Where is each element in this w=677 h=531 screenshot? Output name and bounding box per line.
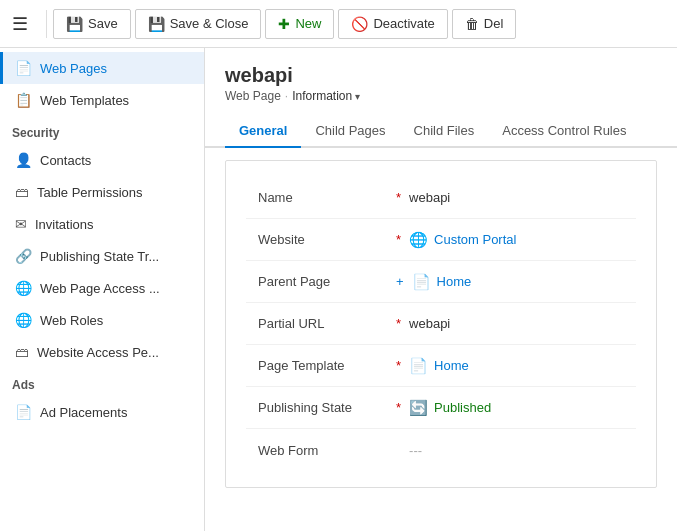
tab-general[interactable]: General	[225, 115, 301, 148]
sidebar-item-invitations[interactable]: ✉ Invitations	[0, 208, 204, 240]
tab-child-pages[interactable]: Child Pages	[301, 115, 399, 148]
content-header: webapi Web Page · Information ▾	[205, 48, 677, 103]
deactivate-icon: 🚫	[351, 16, 368, 32]
sidebar-item-table-permissions[interactable]: 🗃 Table Permissions	[0, 176, 204, 208]
form-required-parent-page: +	[396, 274, 404, 289]
form-required-publishing-state: *	[396, 400, 401, 415]
form-row-partial-url: Partial URL * webapi	[246, 303, 636, 345]
form-required-partial-url: *	[396, 316, 401, 331]
breadcrumb-type: Web Page	[225, 89, 281, 103]
form-label-parent-page: Parent Page	[258, 274, 388, 289]
toolbar: ☰ 💾 Save 💾 Save & Close ✚ New 🚫 Deactiva…	[0, 0, 677, 48]
form-label-page-template: Page Template	[258, 358, 388, 373]
form-row-parent-page: Parent Page + 📄 Home	[246, 261, 636, 303]
delete-button[interactable]: 🗑 Del	[452, 9, 517, 39]
form-row-web-form: Web Form * ---	[246, 429, 636, 471]
tab-access-control[interactable]: Access Control Rules	[488, 115, 640, 148]
sidebar-item-label: Web Templates	[40, 93, 129, 108]
sidebar-item-label: Web Pages	[40, 61, 107, 76]
breadcrumb: Web Page · Information ▾	[225, 89, 657, 103]
content-area: webapi Web Page · Information ▾ General …	[205, 48, 677, 531]
sidebar-item-contacts[interactable]: 👤 Contacts	[0, 144, 204, 176]
form-label-web-form: Web Form	[258, 443, 388, 458]
breadcrumb-section[interactable]: Information ▾	[292, 89, 360, 103]
form-value-parent-page[interactable]: 📄 Home	[412, 273, 472, 291]
sidebar-item-publishing-state[interactable]: 🔗 Publishing State Tr...	[0, 240, 204, 272]
form-value-website[interactable]: 🌐 Custom Portal	[409, 231, 516, 249]
sidebar: 📄 Web Pages 📋 Web Templates Security 👤 C…	[0, 48, 205, 531]
page-icon-template: 📄	[409, 357, 428, 375]
form-value-parent-page-text: Home	[437, 274, 472, 289]
delete-label: Del	[484, 16, 504, 31]
sidebar-item-label: Publishing State Tr...	[40, 249, 159, 264]
hamburger-icon[interactable]: ☰	[12, 13, 28, 35]
sidebar-item-label: Ad Placements	[40, 405, 127, 420]
form-value-web-form: ---	[409, 443, 422, 458]
save-label: Save	[88, 16, 118, 31]
page-title: webapi	[225, 64, 657, 87]
table-permissions-icon: 🗃	[15, 184, 29, 200]
sidebar-item-label: Contacts	[40, 153, 91, 168]
delete-icon: 🗑	[465, 16, 479, 32]
deactivate-button[interactable]: 🚫 Deactivate	[338, 9, 447, 39]
new-button[interactable]: ✚ New	[265, 9, 334, 39]
security-section-label: Security	[0, 116, 204, 144]
new-label: New	[295, 16, 321, 31]
form-row-publishing-state: Publishing State * 🔄 Published	[246, 387, 636, 429]
save-icon: 💾	[66, 16, 83, 32]
form-label-partial-url: Partial URL	[258, 316, 388, 331]
form-required-website: *	[396, 232, 401, 247]
form-row-page-template: Page Template * 📄 Home	[246, 345, 636, 387]
web-templates-icon: 📋	[15, 92, 32, 108]
form-value-name: webapi	[409, 190, 450, 205]
main-layout: 📄 Web Pages 📋 Web Templates Security 👤 C…	[0, 48, 677, 531]
form-label-website: Website	[258, 232, 388, 247]
sidebar-item-label: Web Page Access ...	[40, 281, 160, 296]
website-access-icon: 🗃	[15, 344, 29, 360]
web-pages-icon: 📄	[15, 60, 32, 76]
published-icon: 🔄	[409, 399, 428, 417]
breadcrumb-section-label: Information	[292, 89, 352, 103]
publishing-state-icon: 🔗	[15, 248, 32, 264]
sidebar-item-web-templates[interactable]: 📋 Web Templates	[0, 84, 204, 116]
form-value-publishing-state[interactable]: 🔄 Published	[409, 399, 491, 417]
sidebar-item-label: Invitations	[35, 217, 94, 232]
new-icon: ✚	[278, 16, 290, 32]
toolbar-separator	[46, 10, 47, 38]
form-value-partial-url: webapi	[409, 316, 450, 331]
sidebar-item-web-roles[interactable]: 🌐 Web Roles	[0, 304, 204, 336]
form-row-website: Website * 🌐 Custom Portal	[246, 219, 636, 261]
sidebar-item-label: Table Permissions	[37, 185, 143, 200]
sidebar-item-label: Website Access Pe...	[37, 345, 159, 360]
ad-placements-icon: 📄	[15, 404, 32, 420]
web-roles-icon: 🌐	[15, 312, 32, 328]
chevron-down-icon: ▾	[355, 91, 360, 102]
save-close-icon: 💾	[148, 16, 165, 32]
form-label-publishing-state: Publishing State	[258, 400, 388, 415]
form-value-publishing-state-text: Published	[434, 400, 491, 415]
tabs: General Child Pages Child Files Access C…	[205, 115, 677, 148]
sidebar-item-web-page-access[interactable]: 🌐 Web Page Access ...	[0, 272, 204, 304]
form-value-website-text: Custom Portal	[434, 232, 516, 247]
form-required-name: *	[396, 190, 401, 205]
web-page-access-icon: 🌐	[15, 280, 32, 296]
form-value-page-template-text: Home	[434, 358, 469, 373]
sidebar-item-web-pages[interactable]: 📄 Web Pages	[0, 52, 204, 84]
save-button[interactable]: 💾 Save	[53, 9, 131, 39]
globe-icon: 🌐	[409, 231, 428, 249]
form-label-name: Name	[258, 190, 388, 205]
breadcrumb-separator: ·	[285, 89, 288, 103]
invitations-icon: ✉	[15, 216, 27, 232]
deactivate-label: Deactivate	[373, 16, 434, 31]
save-close-button[interactable]: 💾 Save & Close	[135, 9, 262, 39]
page-icon-parent: 📄	[412, 273, 431, 291]
form-required-page-template: *	[396, 358, 401, 373]
form-value-page-template[interactable]: 📄 Home	[409, 357, 469, 375]
ads-section-label: Ads	[0, 368, 204, 396]
form-area: Name * webapi Website * 🌐 Custom Portal …	[225, 160, 657, 488]
contacts-icon: 👤	[15, 152, 32, 168]
sidebar-item-label: Web Roles	[40, 313, 103, 328]
tab-child-files[interactable]: Child Files	[400, 115, 489, 148]
sidebar-item-ad-placements[interactable]: 📄 Ad Placements	[0, 396, 204, 428]
sidebar-item-website-access[interactable]: 🗃 Website Access Pe...	[0, 336, 204, 368]
